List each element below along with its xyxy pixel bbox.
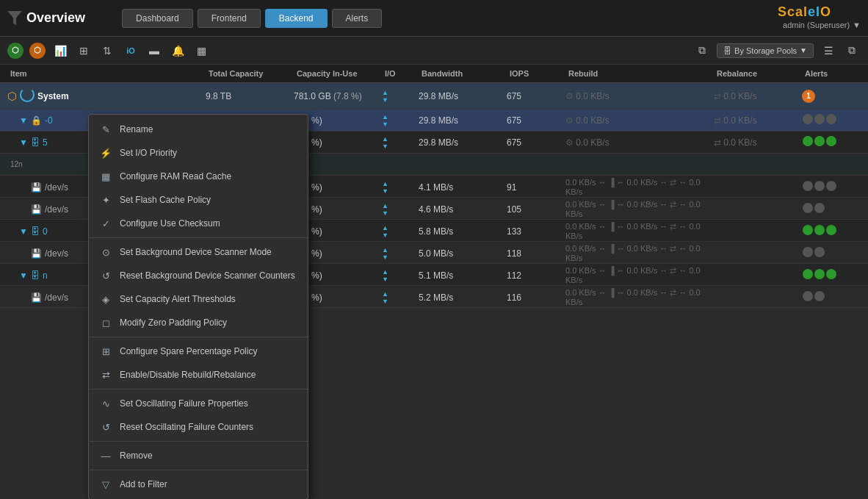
- alert-circle: [803, 203, 813, 213]
- alert-circle3: [826, 269, 836, 279]
- top-nav: Overview Dashboard Frontend Backend Aler…: [0, 0, 868, 37]
- storage-pools-button[interactable]: 🗄 By Storage Pools ▼: [717, 43, 814, 58]
- row-rebuild: ⚙ 0.0 KB/s: [565, 137, 714, 148]
- alert-circle: [803, 225, 813, 235]
- io-arrows: ▲▼: [382, 290, 419, 305]
- row-bandwidth: 5.2 MB/s: [419, 292, 507, 303]
- oscillate-icon: [99, 397, 112, 410]
- row-rebalance: ⇄ 0.0 KB/s: [714, 115, 802, 126]
- alert-circle2: [814, 291, 825, 301]
- nav-dashboard[interactable]: Dashboard: [122, 9, 193, 28]
- row-rebuild-val: 0.0 KB/s: [576, 137, 609, 148]
- row-disk-icon: 💾: [31, 182, 42, 193]
- menu-item-reset-scanner[interactable]: Reset Background Device Scanner Counters: [89, 264, 308, 287]
- row-alerts: [802, 203, 861, 215]
- table-icon[interactable]: ▦: [192, 42, 210, 60]
- zero-padding-icon: [99, 316, 112, 329]
- rename-icon: [99, 123, 112, 136]
- row-rebuild: 0.0 KB/s ↔ ▐ ↔ 0.0 KB/s ↔ ⇄ ↔ 0.0 KB/s: [565, 178, 714, 196]
- status-green-icon[interactable]: ⬡: [7, 43, 23, 59]
- row-alerts: [802, 291, 861, 304]
- arrows-icon[interactable]: ⇅: [98, 42, 116, 60]
- row-name: n: [43, 270, 48, 281]
- row-alerts: [802, 225, 861, 237]
- io-icon[interactable]: iO: [122, 42, 140, 60]
- app-logo: ScaleIO: [778, 4, 831, 20]
- row-rebuild-val: 0.0 KB/s: [576, 115, 609, 126]
- menu-item-bg-scanner[interactable]: Set Background Device Scanner Mode: [89, 240, 308, 264]
- row-bandwidth: 5.0 MB/s: [419, 248, 507, 259]
- alert-circle: [803, 291, 813, 301]
- menu-item-checksum[interactable]: Configure Use Checksum: [89, 212, 308, 235]
- icon-bar-right: ⧉ 🗄 By Storage Pools ▼ ☰ ⧉: [693, 42, 861, 60]
- system-total-capacity: 9.8 TB: [206, 91, 294, 101]
- status-orange-icon[interactable]: ⬡: [29, 43, 46, 59]
- copy-icon[interactable]: ⧉: [693, 42, 711, 60]
- menu-item-remove[interactable]: Remove: [89, 444, 308, 467]
- menu-item-rebuild[interactable]: Enable/Disable Rebuild/Rebalance: [89, 363, 308, 387]
- row-io: ▲▼: [382, 113, 419, 128]
- menu-item-reset-oscillating[interactable]: Reset Oscillating Failure Counters: [89, 415, 308, 439]
- nav-backend[interactable]: Backend: [265, 9, 328, 28]
- col-capacity-in-use: Capacity In-Use: [294, 68, 382, 79]
- bars-icon[interactable]: ▬: [145, 42, 163, 60]
- logo-text2: eI: [808, 4, 820, 19]
- row-alerts: [802, 136, 861, 148]
- alert-circle2: [814, 136, 825, 146]
- row-alerts: [802, 269, 861, 281]
- row-db-icon: 🗄: [31, 226, 40, 237]
- menu-label-spare: Configure Spare Percentage Policy: [120, 346, 257, 356]
- menu-item-set-io-priority[interactable]: Set I/O Priority: [89, 141, 308, 165]
- io-arrows: ▲▼: [382, 89, 419, 104]
- icon-bar: ⬡ ⬡ 📊 ⊞ ⇅ iO ▬ 🔔 ▦ ⧉ 🗄 By Storage Pools …: [0, 37, 868, 65]
- alert-circle: [803, 181, 813, 191]
- menu-item-oscillating[interactable]: Set Oscillating Failure Properties: [89, 392, 308, 415]
- user-info[interactable]: admin (Superuser) ▼: [783, 21, 861, 29]
- io-arrows: ▲▼: [382, 113, 419, 128]
- list-view-icon[interactable]: ☰: [820, 42, 837, 60]
- logo-text1: Scal: [778, 4, 808, 19]
- menu-label-io: Set I/O Priority: [120, 148, 177, 158]
- menu-label-oscillating: Set Oscillating Failure Properties: [120, 398, 248, 409]
- row-name: 5: [43, 137, 48, 148]
- alert-circle2: [814, 225, 825, 235]
- alert-circle2: [814, 269, 825, 279]
- menu-item-add-filter[interactable]: Add to Filter: [89, 473, 308, 496]
- nav-alerts[interactable]: Alerts: [332, 9, 383, 28]
- system-bandwidth: 29.8 MB/s: [419, 91, 507, 101]
- grid-icon[interactable]: ⊞: [75, 42, 93, 60]
- row-alerts: [802, 247, 861, 259]
- menu-item-flash-cache[interactable]: Set Flash Cache Policy: [89, 188, 308, 212]
- col-item: Item: [7, 68, 206, 79]
- menu-divider1: [89, 237, 308, 238]
- row-lock-icon: 🔒: [31, 115, 42, 126]
- row-rebuild: 0.0 KB/s ↔ ▐ ↔ 0.0 KB/s ↔ ⇄ ↔ 0.0 KB/s: [565, 266, 714, 284]
- io-arrows: ▲▼: [382, 202, 419, 217]
- filter-icon[interactable]: [7, 11, 22, 26]
- col-io: I/O: [382, 68, 419, 79]
- system-row[interactable]: ⬡ System 9.8 TB 781.0 GB (7.8 %) ▲▼ 29.8…: [0, 83, 868, 110]
- bell-icon[interactable]: 🔔: [169, 42, 187, 60]
- menu-item-capacity[interactable]: Set Capacity Alert Thresholds: [89, 287, 308, 311]
- menu-label-ram: Configure RAM Read Cache: [120, 171, 231, 182]
- row-io: ▲▼: [382, 246, 419, 261]
- menu-item-zero-padding[interactable]: Modify Zero Padding Policy: [89, 311, 308, 334]
- system-rebuild: ⚙ 0.0 KB/s: [565, 91, 714, 101]
- system-io: ▲▼: [382, 89, 419, 104]
- copy2-icon[interactable]: ⧉: [843, 42, 861, 60]
- menu-item-spare[interactable]: Configure Spare Percentage Policy: [89, 340, 308, 363]
- alert-circle2: [814, 181, 825, 191]
- menu-item-configure-ram[interactable]: Configure RAM Read Cache: [89, 165, 308, 188]
- menu-label-reset-scanner: Reset Background Device Scanner Counters: [120, 270, 295, 281]
- alert-circle: [803, 136, 813, 146]
- alert-badge: 1: [802, 90, 815, 103]
- row-io: ▲▼: [382, 268, 419, 283]
- page-title: Overview: [26, 10, 85, 26]
- chart-icon[interactable]: 📊: [51, 42, 69, 60]
- nav-frontend[interactable]: Frontend: [198, 9, 261, 28]
- table-header: Item Total Capacity Capacity In-Use I/O …: [0, 65, 868, 83]
- row-iops: 675: [507, 137, 565, 148]
- menu-item-rename[interactable]: Rename: [89, 118, 308, 141]
- row-name: 0: [43, 226, 48, 237]
- alert-circle2: [814, 247, 825, 257]
